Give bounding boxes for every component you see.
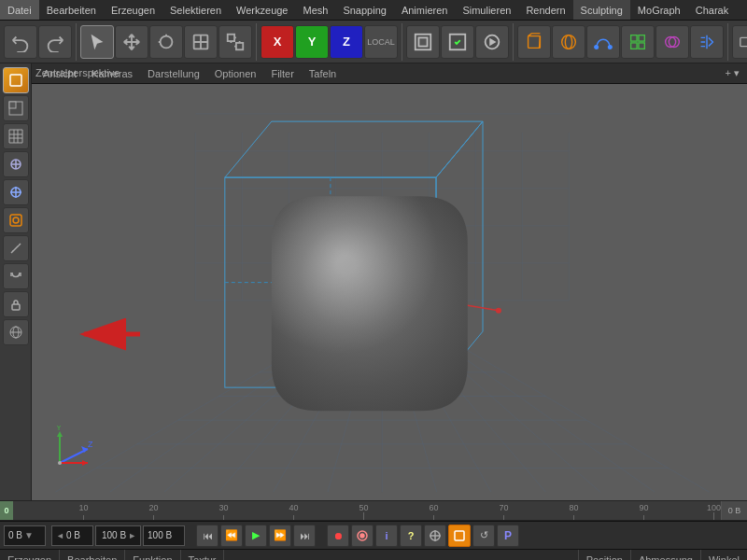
left-panel [0, 63, 32, 500]
transport-bar: 0 B ▼ ◄ 0 B 100 B ► 100 B ⏮ ⏪ ▶ ⏩ ⏭ ⏺ i … [0, 521, 747, 549]
menu-charak[interactable]: Charak [688, 0, 736, 20]
refresh-button[interactable]: ↺ [472, 525, 495, 547]
status-bearbeiten[interactable]: Bearbeiten [60, 550, 125, 560]
svg-text:Z: Z [88, 440, 92, 449]
toolbar: X Y Z LOCAL [0, 21, 747, 63]
magnet-button[interactable] [3, 263, 29, 289]
timeline-ruler[interactable]: 102030405060708090100 [13, 501, 721, 520]
menu-mesh[interactable]: Mesh [295, 0, 335, 20]
frame-end-field[interactable]: 100 B ► [95, 525, 141, 546]
svg-rect-15 [631, 42, 637, 48]
tab-optionen[interactable]: Optionen [207, 63, 264, 83]
crosshair2-button[interactable] [424, 525, 446, 547]
local-axis-button[interactable]: LOCAL [364, 25, 398, 59]
x-axis-button[interactable]: X [261, 25, 294, 59]
menu-snapping[interactable]: Snapping [335, 0, 394, 20]
step-back-button[interactable]: ⏪ [220, 525, 243, 547]
symmetry-button[interactable] [690, 25, 724, 59]
menu-animieren[interactable]: Animieren [394, 0, 456, 20]
svg-rect-14 [639, 35, 644, 40]
texture-mode-button[interactable] [3, 95, 29, 121]
tab-filter[interactable]: Filter [263, 63, 301, 83]
menu-datei[interactable]: Datei [0, 0, 39, 20]
undo-button[interactable] [4, 25, 37, 59]
status-position: Position [579, 550, 631, 560]
animation-render-button[interactable] [475, 25, 509, 59]
svg-point-9 [562, 35, 576, 49]
menu-simulieren[interactable]: Simulieren [455, 0, 518, 20]
model-mode-button[interactable] [3, 67, 29, 93]
camera-button[interactable] [732, 25, 747, 59]
tab-tafeln[interactable]: Tafeln [302, 63, 344, 83]
uvw-mode-button[interactable] [3, 123, 29, 149]
tab-darstellung[interactable]: Darstellung [140, 63, 207, 83]
cube-button[interactable] [517, 25, 551, 59]
boole-button[interactable] [655, 25, 689, 59]
svg-rect-16 [639, 42, 644, 48]
memory-field-1[interactable]: 0 B ▼ [4, 525, 46, 546]
menu-erzeugen[interactable]: Erzeugen [104, 0, 162, 20]
parking-button[interactable]: P [497, 525, 519, 547]
menu-selektieren[interactable]: Selektieren [162, 0, 229, 20]
move-button[interactable] [115, 25, 148, 59]
svg-point-37 [13, 217, 19, 223]
record-button[interactable]: ⏺ [327, 525, 349, 547]
svg-rect-36 [10, 215, 21, 226]
status-winkel: Winkel [701, 550, 747, 560]
timeline-start-marker: 0 [0, 500, 13, 521]
info-button[interactable]: i [375, 525, 398, 547]
svg-point-56 [360, 534, 364, 538]
go-end-button[interactable]: ⏭ [293, 525, 316, 547]
menu-bar: Datei Bearbeiten Erzeugen Selektieren We… [0, 0, 747, 21]
status-erzeugen[interactable]: Erzeugen [0, 550, 60, 560]
nurbs-button[interactable] [586, 25, 620, 59]
svg-text:Y: Y [56, 426, 62, 432]
measure-button[interactable] [3, 235, 29, 261]
viewport-3d[interactable] [32, 84, 747, 500]
timeline-end-label: 0 B [721, 500, 747, 521]
render-region-button[interactable] [406, 25, 440, 59]
viewport-area: Ansicht Kameras Darstellung Optionen Fil… [0, 63, 747, 500]
redo-button[interactable] [38, 25, 72, 59]
viewport[interactable]: Ansicht Kameras Darstellung Optionen Fil… [32, 63, 747, 500]
rotate-button[interactable] [149, 25, 183, 59]
menu-sculpting[interactable]: Sculpting [573, 0, 630, 20]
menu-rendern[interactable]: Rendern [518, 0, 572, 20]
transform-button[interactable] [218, 25, 252, 59]
viewport-tabs: Ansicht Kameras Darstellung Optionen Fil… [32, 63, 747, 84]
go-start-button[interactable]: ⏮ [196, 525, 218, 547]
tab-add-button[interactable]: + ▾ [722, 67, 743, 79]
menu-mograph[interactable]: MoGraph [630, 0, 688, 20]
play-button[interactable]: ▶ [245, 525, 267, 547]
svg-point-54 [58, 461, 62, 465]
lock-button[interactable] [3, 291, 29, 317]
tab-ansicht[interactable]: Ansicht [35, 63, 84, 83]
subdivision-button[interactable] [621, 25, 655, 59]
help-button[interactable]: ? [400, 525, 422, 547]
svg-point-0 [161, 35, 173, 48]
obj1-button[interactable] [3, 151, 29, 177]
status-funktion[interactable]: Funktion [125, 550, 180, 560]
tab-kameras[interactable]: Kameras [84, 63, 140, 83]
menu-werkzeuge[interactable]: Werkzeuge [229, 0, 295, 20]
crosshair-button[interactable] [3, 179, 29, 205]
status-textur[interactable]: Textur [181, 550, 225, 560]
y-axis-button[interactable]: Y [295, 25, 329, 59]
menu-bearbeiten[interactable]: Bearbeiten [39, 0, 104, 20]
svg-rect-29 [10, 75, 21, 86]
obj2-button[interactable] [3, 207, 29, 233]
select-button[interactable] [80, 25, 114, 59]
grid-button[interactable] [3, 319, 29, 345]
scale-button[interactable] [184, 25, 218, 59]
orange-square-button[interactable] [448, 525, 471, 547]
fps-field[interactable]: 100 B [143, 525, 185, 546]
render-all-button[interactable] [441, 25, 474, 59]
z-axis-button[interactable]: Z [330, 25, 363, 59]
sphere-button[interactable] [552, 25, 585, 59]
svg-rect-31 [9, 102, 16, 108]
frame-start-field[interactable]: ◄ 0 B [51, 525, 93, 546]
status-bar: Erzeugen Bearbeiten Funktion Textur Posi… [0, 549, 747, 560]
step-forward-button[interactable]: ⏩ [269, 525, 291, 547]
svg-rect-13 [631, 35, 637, 40]
motion-record-button[interactable] [351, 525, 374, 547]
